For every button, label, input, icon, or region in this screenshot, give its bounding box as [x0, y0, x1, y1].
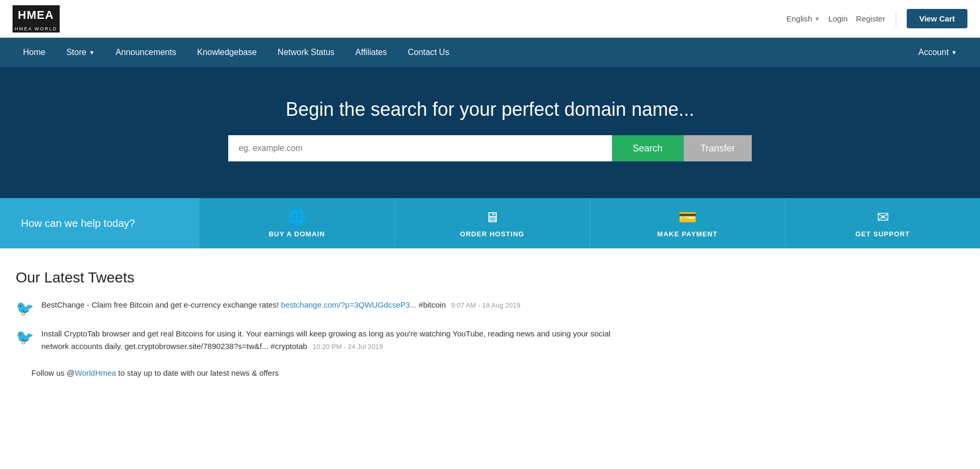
nav-items: Home Store ▼ Announcements Knowledgebase…	[13, 38, 908, 67]
tweet-2-timestamp: 10:20 PM - 24 Jul 2019	[313, 343, 383, 351]
language-selector[interactable]: English ▼	[786, 14, 820, 23]
nav-affiliates[interactable]: Affiliates	[345, 38, 397, 67]
search-button[interactable]: Search	[612, 135, 684, 161]
tweet-1-suffix: #bitcoin	[419, 300, 446, 309]
order-hosting-label: ORDER HOSTING	[460, 230, 525, 238]
divider	[896, 12, 896, 26]
nav-bar: Home Store ▼ Announcements Knowledgebase…	[0, 38, 980, 67]
domain-search-bar: Search Transfer	[228, 135, 752, 161]
twitter-bird-icon-1: 🐦	[16, 300, 34, 317]
tweet-1: 🐦 BestChange - Claim free Bitcoin and ge…	[16, 299, 612, 317]
tweet-2: 🐦 Install CryptoTab browser and get real…	[16, 328, 612, 353]
make-payment-action[interactable]: 💳 MAKE PAYMENT	[589, 198, 785, 248]
tweets-section: Our Latest Tweets 🐦 BestChange - Claim f…	[0, 248, 628, 393]
nav-right: Account ▼	[908, 38, 967, 67]
logo-area: HMEA HMEA WORLD	[13, 5, 60, 32]
buy-domain-label: BUY A DOMAIN	[269, 230, 325, 238]
lang-chevron-icon: ▼	[814, 16, 820, 22]
nav-knowledgebase[interactable]: Knowledgebase	[186, 38, 267, 67]
follow-suffix: to stay up to date with our latest news …	[116, 368, 279, 377]
register-link[interactable]: Register	[856, 14, 885, 23]
follow-handle-link[interactable]: WorldHmea	[75, 368, 116, 377]
tweet-1-timestamp: 9:07 AM - 18 Aug 2019	[451, 301, 520, 309]
tweets-heading: Our Latest Tweets	[16, 269, 612, 286]
order-hosting-action[interactable]: 🖥 ORDER HOSTING	[394, 198, 589, 248]
follow-prefix: Follow us @	[31, 368, 75, 377]
account-chevron-icon: ▼	[951, 49, 957, 56]
mail-icon: ✉	[877, 209, 889, 226]
tweet-2-content: Install CryptoTab browser and get real B…	[41, 328, 612, 353]
store-chevron-icon: ▼	[89, 49, 95, 56]
help-actions: 🌐 BUY A DOMAIN 🖥 ORDER HOSTING 💳 MAKE PA…	[199, 198, 980, 248]
transfer-button[interactable]: Transfer	[684, 135, 752, 161]
nav-network-status[interactable]: Network Status	[267, 38, 344, 67]
nav-announcements[interactable]: Announcements	[105, 38, 187, 67]
get-support-label: GET SUPPORT	[855, 230, 910, 238]
nav-store[interactable]: Store ▼	[56, 38, 105, 67]
hero-heading: Begin the search for your perfect domain…	[10, 99, 970, 121]
tweet-1-link[interactable]: bestchange.com/?p=3QWUGdcseP3...	[281, 300, 417, 309]
follow-text: Follow us @WorldHmea to stay up to date …	[16, 363, 612, 377]
make-payment-label: MAKE PAYMENT	[657, 230, 717, 238]
tweet-1-content: BestChange - Claim free Bitcoin and get …	[41, 299, 520, 311]
buy-domain-action[interactable]: 🌐 BUY A DOMAIN	[199, 198, 394, 248]
logo-wrapper: HMEA HMEA WORLD	[13, 5, 60, 32]
globe-icon: 🌐	[288, 209, 306, 226]
get-support-action[interactable]: ✉ GET SUPPORT	[785, 198, 980, 248]
logo-sub: HMEA WORLD	[13, 25, 60, 32]
nav-contact-us[interactable]: Contact Us	[397, 38, 460, 67]
login-link[interactable]: Login	[828, 14, 848, 23]
nav-home[interactable]: Home	[13, 38, 56, 67]
server-icon: 🖥	[485, 209, 499, 226]
twitter-bird-icon-2: 🐦	[16, 329, 34, 346]
logo-main: HMEA	[13, 5, 60, 25]
tweet-1-text: BestChange - Claim free Bitcoin and get …	[41, 300, 281, 309]
view-cart-button[interactable]: View Cart	[907, 9, 967, 28]
top-right: English ▼ Login Register View Cart	[786, 9, 967, 28]
card-icon: 💳	[678, 209, 697, 226]
help-text: How can we help today?	[0, 198, 199, 248]
top-bar: HMEA HMEA WORLD English ▼ Login Register…	[0, 0, 980, 38]
help-bar: How can we help today? 🌐 BUY A DOMAIN 🖥 …	[0, 198, 980, 248]
hero-section: Begin the search for your perfect domain…	[0, 67, 980, 198]
domain-search-input[interactable]	[228, 135, 612, 161]
nav-account[interactable]: Account ▼	[908, 38, 967, 67]
